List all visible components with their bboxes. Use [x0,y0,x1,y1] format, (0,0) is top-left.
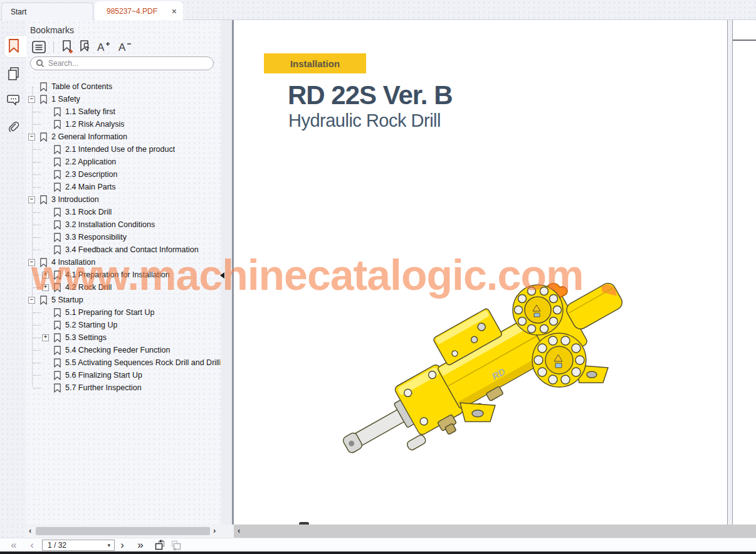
bookmark-item[interactable]: Table of Contents [26,80,221,93]
bookmark-item[interactable]: 2.2 Application [26,156,221,168]
bookmark-flag-icon [53,321,61,330]
expander-spacer [42,347,49,354]
bookmark-flag-icon [53,308,61,317]
bookmark-flag-icon [53,208,61,217]
bookmark-item[interactable]: −3 Introduction [26,193,221,206]
expander-spacer [42,121,49,128]
sidebar-horizontal-scrollbar[interactable]: ‹ › [26,525,221,538]
panel-options-icon[interactable] [31,40,46,54]
bookmark-label: 4.2 Rock Drill [65,283,112,292]
bookmark-label: 5.7 Further Inspection [65,383,142,392]
last-page-button[interactable]: » [134,538,147,552]
collapse-node-icon[interactable]: − [28,96,35,103]
expander-spacer [42,184,49,191]
chapter-badge: Installation [264,53,366,73]
tab-document[interactable]: 985237~4.PDF × [95,1,183,21]
expand-node-icon[interactable]: + [42,284,49,291]
expander-spacer [42,209,49,216]
bookmark-item[interactable]: 2.1 Intended Use of the product [26,143,221,156]
bookmark-item[interactable]: 2.3 Description [26,168,221,181]
bookmark-item[interactable]: −2 General Information [26,131,221,143]
expand-text-icon[interactable]: A [96,40,112,54]
bookmark-label: 3.2 Installation Conditions [65,220,155,229]
bookmark-item[interactable]: 1.2 Risk Analysis [26,118,221,131]
bookmark-label: 5.1 Preparing for Start Up [65,308,154,317]
bookmark-item[interactable]: 3.2 Installation Conditions [26,218,221,231]
page-number-select[interactable]: 1 / 32 ▾ [42,540,115,551]
bookmark-item[interactable]: 3.4 Feedback and Contact Information [26,243,221,256]
bookmark-item[interactable]: 5.4 Checking Feeder Function [26,344,221,356]
bookmark-item[interactable]: −1 Safety [26,93,221,105]
chevron-down-icon: ▾ [107,542,110,548]
bookmark-label: 1.1 Safety first [65,107,115,116]
bookmark-item[interactable]: 5.6 Finalizing Start Up [26,369,221,381]
expander-spacer [42,171,49,178]
expand-node-icon[interactable]: + [42,334,49,341]
bookmark-item[interactable]: +4.1 Preparation for Installation [26,269,221,281]
bookmark-flag-icon [53,170,61,179]
bookmark-flag-icon [53,233,61,242]
bookmark-label: 4.1 Preparation for Installation [65,270,170,279]
scroll-right-icon[interactable]: › [213,525,216,536]
bookmark-flag-icon [53,245,61,255]
previous-view-icon[interactable] [153,538,167,552]
first-page-button[interactable]: « [8,538,20,552]
bookmark-label: 2.4 Main Parts [65,183,116,191]
expander-spacer [42,372,49,379]
bookmark-flag-icon [39,132,48,142]
bookmark-item[interactable]: 2.4 Main Parts [26,181,221,193]
tab-bar: Start 985237~4.PDF × [0,0,756,20]
bookmark-item[interactable]: +4.2 Rock Drill [26,281,221,294]
sidebar-hscroll-thumb[interactable] [36,527,210,535]
bookmark-flag-icon [53,346,61,355]
scrollbar-edge-line [732,20,733,525]
collapse-text-icon[interactable]: A [117,40,134,54]
bookmark-item[interactable]: 1.1 Safety first [26,105,221,118]
bookmark-tree: Table of Contents−1 Safety1.1 Safety fir… [26,80,221,394]
scroll-left-icon[interactable]: ‹ [238,525,240,536]
bookmark-label: Table of Contents [51,82,112,91]
collapse-node-icon[interactable]: − [28,196,35,203]
svg-text:A: A [118,41,126,53]
expand-node-icon[interactable]: + [42,272,49,279]
status-bar: « ‹ 1 / 32 ▾ › » [0,538,756,551]
tab-start[interactable]: Start [1,3,93,20]
expander-spacer [28,83,35,90]
collapse-panel-icon[interactable] [220,272,224,279]
bookmark-item[interactable]: 3.3 Responsibility [26,231,221,243]
bookmark-label: 2 General Information [51,132,127,141]
bookmark-label: 1.2 Risk Analysis [65,120,124,129]
expander-spacer [42,221,49,228]
document-vertical-scrollbar[interactable] [728,20,732,525]
bookmark-item[interactable]: 5.7 Further Inspection [26,381,221,394]
search-icon [36,59,45,68]
expander-spacer [42,247,49,253]
bookmark-item[interactable]: 5.2 Starting Up [26,319,221,331]
bookmark-item[interactable]: −5 Startup [26,294,221,306]
collapse-node-icon[interactable]: − [28,259,35,266]
pages-icon[interactable] [7,66,21,81]
bookmark-icon[interactable] [7,38,21,53]
bookmark-item[interactable]: −4 Installation [26,256,221,269]
bookmark-item[interactable]: +5.3 Settings [26,331,221,344]
collapse-node-icon[interactable]: − [28,297,35,304]
close-tab-icon[interactable]: × [172,7,177,16]
previous-page-button[interactable]: ‹ [28,538,36,552]
expander-spacer [42,159,49,166]
document-horizontal-scrollbar[interactable]: ‹ [234,525,756,538]
search-input[interactable] [48,59,208,68]
scroll-left-icon[interactable]: ‹ [29,525,31,536]
next-view-icon[interactable] [169,538,183,552]
collapse-node-icon[interactable]: − [28,134,35,141]
vertical-scroll-thumb[interactable] [733,40,756,41]
bookmark-item[interactable]: 5.5 Activating Sequences Rock Drill and … [26,356,221,369]
bookmark-flag-icon [53,358,61,368]
bookmark-item[interactable]: 5.1 Preparing for Start Up [26,306,221,319]
comments-icon[interactable] [7,93,21,108]
find-bookmark-icon[interactable] [78,40,91,55]
bookmark-item[interactable]: 3.1 Rock Drill [26,206,221,218]
attachment-icon[interactable] [7,122,21,137]
pdf-reader-window: Start 985237~4.PDF × Bookmarks [0,0,756,554]
add-bookmark-icon[interactable] [61,40,73,55]
next-page-button[interactable]: › [118,538,127,552]
